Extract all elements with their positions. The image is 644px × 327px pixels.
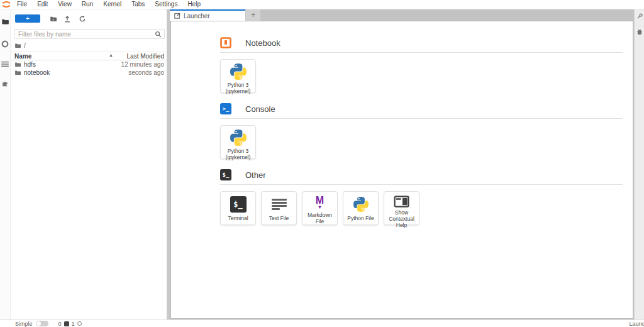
launcher-card-python-file[interactable]: Python File [343, 191, 379, 225]
notebook-section-icon [220, 37, 231, 48]
card-label: Show Contextual Help [384, 209, 419, 229]
property-inspector-icon[interactable] [636, 13, 643, 19]
section-divider [220, 184, 623, 185]
markdown-icon: M ▼ [316, 196, 324, 210]
home-folder-icon[interactable] [14, 42, 21, 49]
running-sessions-status[interactable]: 0 1 [58, 321, 82, 327]
file-browser-panel: + + / Name ▲ Last [11, 9, 167, 319]
extension-manager-icon[interactable] [0, 75, 11, 91]
simple-mode-label: Simple [15, 321, 33, 327]
section-divider [220, 52, 623, 53]
current-activity-label: Launcher [629, 321, 644, 327]
card-label: Terminal [226, 215, 249, 221]
filter-files-box [14, 29, 165, 39]
debugger-icon[interactable] [636, 28, 643, 35]
launcher-card-notebook-python3[interactable]: Python 3 (ipykernel) [220, 59, 256, 93]
terminal-status-icon [64, 321, 69, 326]
table-of-contents-icon[interactable] [0, 56, 11, 72]
file-browser-tab-icon[interactable] [0, 13, 11, 30]
menu-run[interactable]: Run [77, 0, 98, 9]
main-dock: Launcher + Notebook [170, 9, 634, 319]
section-title-notebook: Notebook [245, 38, 280, 48]
file-modified: seconds ago [128, 69, 164, 76]
simple-mode-toggle[interactable] [36, 321, 48, 326]
refresh-icon[interactable] [75, 14, 89, 23]
running-kernels-icon[interactable] [0, 36, 11, 52]
column-header-last-modified[interactable]: Last Modified [127, 53, 164, 60]
search-icon [155, 31, 162, 39]
section-divider [220, 118, 623, 119]
card-label: Markdown File [303, 212, 337, 224]
launcher-card-console-python3[interactable]: Python 3 (ipykernel) [220, 125, 256, 159]
file-name: notebook [24, 69, 50, 76]
file-browser-toolbar: + + [11, 9, 167, 25]
new-launcher-button[interactable]: + [15, 14, 40, 23]
menu-help[interactable]: Help [182, 0, 206, 9]
tab-launcher[interactable]: Launcher [170, 9, 245, 21]
right-sidebar [634, 9, 644, 319]
terminal-icon: $_ [230, 196, 247, 213]
tab-bar: Launcher + [170, 9, 634, 21]
menu-edit[interactable]: Edit [32, 0, 53, 9]
section-title-other: Other [245, 170, 266, 180]
terminals-count: 0 [58, 321, 62, 327]
file-row-hdfs[interactable]: hdfs 12 minutes ago [11, 60, 167, 69]
menu-settings[interactable]: Settings [150, 0, 182, 9]
svg-text:+: + [52, 17, 55, 21]
section-title-console: Console [245, 104, 275, 114]
breadcrumb-root: / [24, 42, 26, 49]
file-row-notebook[interactable]: notebook seconds ago [11, 69, 167, 77]
launcher-card-contextual-help[interactable]: Show Contextual Help [384, 191, 419, 225]
file-name: hdfs [24, 61, 36, 68]
card-label: Python 3 [228, 148, 249, 154]
launcher-section-notebook: Notebook Python 3 (ipykernel) [220, 37, 623, 93]
breadcrumb[interactable]: / [11, 41, 167, 50]
launcher-section-console: >_ Console Python 3 (ipykernel) [220, 103, 623, 159]
new-folder-icon[interactable]: + [47, 14, 60, 23]
jupyter-logo-icon [1, 1, 12, 9]
launcher-panel: Notebook Python 3 (ipykernel) [170, 21, 633, 319]
filter-files-input[interactable] [14, 29, 165, 39]
kernel-status-icon [77, 321, 82, 326]
python-logo-icon [230, 64, 247, 80]
menu-bar: File Edit View Run Kernel Tabs Settings … [0, 0, 644, 9]
folder-icon [14, 61, 21, 68]
python-logo-icon [230, 130, 247, 146]
menu-kernel[interactable]: Kernel [98, 0, 126, 9]
file-list-header: Name ▲ Last Modified [11, 52, 167, 60]
card-sublabel: (ipykernel) [226, 154, 251, 160]
terminal-section-icon: $_ [220, 169, 231, 180]
launcher-card-markdown-file[interactable]: M ▼ Markdown File [302, 191, 338, 225]
menu-file[interactable]: File [12, 0, 32, 9]
contextual-help-icon [394, 196, 409, 208]
card-label: Text File [268, 215, 291, 221]
file-modified: 12 minutes ago [121, 61, 164, 68]
launcher-tab-icon [174, 13, 180, 19]
status-bar: Simple 0 1 Launcher [0, 319, 644, 327]
launcher-card-terminal[interactable]: $_ Terminal [220, 191, 256, 225]
python-logo-icon [353, 196, 369, 213]
tab-launcher-label: Launcher [184, 13, 210, 19]
console-section-icon: >_ [220, 103, 231, 114]
launcher-section-other: $_ Other $_ Terminal Text File [220, 169, 623, 225]
menu-tabs[interactable]: Tabs [126, 0, 150, 9]
menu-view[interactable]: View [53, 0, 77, 9]
launcher-card-text-file[interactable]: Text File [261, 191, 297, 225]
upload-icon[interactable] [60, 14, 74, 23]
card-sublabel: (ipykernel) [226, 88, 251, 94]
kernels-count: 1 [72, 321, 75, 327]
text-file-icon [272, 199, 287, 210]
sort-ascending-icon[interactable]: ▲ [109, 53, 113, 57]
left-sidebar [0, 9, 11, 319]
new-tab-button[interactable]: + [245, 9, 260, 21]
card-label: Python File [346, 215, 375, 221]
folder-icon [14, 69, 21, 76]
card-label: Python 3 [228, 82, 249, 88]
